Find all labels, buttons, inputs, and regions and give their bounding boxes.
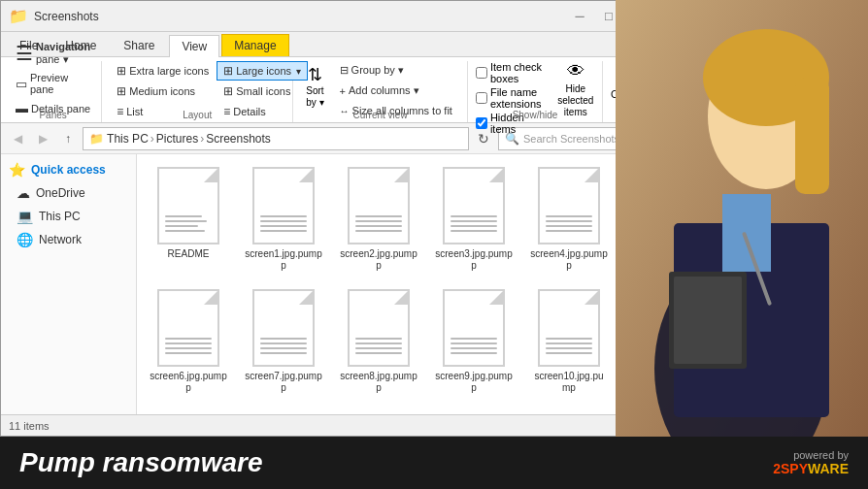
file-icon xyxy=(538,289,600,367)
extra-large-icons-button[interactable]: ⊞Extra large icons xyxy=(110,61,216,81)
tab-share[interactable]: Share xyxy=(111,34,167,56)
minimize-button[interactable]: ─ xyxy=(566,5,593,28)
current-view-label: Current view xyxy=(352,110,407,120)
svg-rect-8 xyxy=(674,277,742,364)
file-icon xyxy=(443,289,505,367)
sidebar-item-quick-access[interactable]: ⭐ Quick access xyxy=(1,158,136,181)
file-icon xyxy=(538,167,600,244)
preview-pane-button[interactable]: ▭ Preview pane xyxy=(13,70,93,97)
file-icon xyxy=(157,167,219,244)
item-check-boxes-toggle[interactable]: Item check boxes xyxy=(476,61,550,84)
file-name: screen1.jpg.pumpp xyxy=(245,248,322,272)
tab-manage[interactable]: Manage xyxy=(221,34,288,56)
layout-group: ⊞Extra large icons ⊞Large icons ▾ ⊞Mediu… xyxy=(102,61,293,122)
hidden-items-checkbox[interactable] xyxy=(476,117,487,129)
bottom-banner: Pump ransomware powered by 2SPYWARE xyxy=(0,437,868,489)
ribbon: ☰ Navigation pane ▾ ▭ Preview pane ▬ Det… xyxy=(1,57,659,123)
show-hide-label: Show/hide xyxy=(513,110,558,120)
add-columns-button[interactable]: +Add columns ▾ xyxy=(333,82,459,100)
star-icon: ⭐ xyxy=(9,162,25,178)
panes-group: ☰ Navigation pane ▾ ▭ Preview pane ▬ Det… xyxy=(5,61,102,122)
list-item[interactable]: screen9.jpg.pumpp xyxy=(430,284,517,399)
file-name-extensions-checkbox[interactable] xyxy=(476,92,487,104)
file-name: screen4.jpg.pumpp xyxy=(530,248,608,272)
title-bar-title: Screenshots xyxy=(34,10,566,23)
computer-icon: 💻 xyxy=(17,209,33,224)
file-icon xyxy=(252,167,315,244)
network-icon: 🌐 xyxy=(17,232,33,247)
layout-group-label: Layout xyxy=(183,110,212,120)
status-text: 11 items xyxy=(9,420,50,432)
file-grid: README screen1.jpg.pumpp xyxy=(137,154,659,414)
person-overlay xyxy=(616,0,868,441)
show-hide-group: Item check boxes File name extensions Hi… xyxy=(468,61,603,122)
medium-icons-button[interactable]: ⊞Medium icons xyxy=(110,82,216,101)
file-icon xyxy=(252,289,315,367)
file-icon xyxy=(443,167,505,244)
file-name: screen7.jpg.pumpp xyxy=(245,371,322,394)
explorer-window: 📁 Screenshots ─ □ ✕ File Home Share View… xyxy=(0,0,660,437)
file-name: screen3.jpg.pumpp xyxy=(435,248,513,272)
sidebar-item-this-pc[interactable]: 💻 This PC xyxy=(1,205,136,228)
tab-view[interactable]: View xyxy=(169,35,219,57)
list-item[interactable]: README xyxy=(145,162,232,277)
sidebar: ⭐ Quick access ☁ OneDrive 💻 This PC 🌐 Ne… xyxy=(1,154,137,414)
sidebar-network-label: Network xyxy=(39,233,82,246)
item-check-boxes-checkbox[interactable] xyxy=(476,67,487,79)
svg-rect-4 xyxy=(795,78,829,194)
list-item[interactable]: screen4.jpg.pumpp xyxy=(525,162,613,277)
ribbon-tabs: File Home Share View Manage ? xyxy=(1,32,659,57)
title-bar-icon: 📁 xyxy=(9,7,28,25)
file-name: screen9.jpg.pumpp xyxy=(435,371,513,394)
group-by-button[interactable]: ⊟Group by ▾ xyxy=(333,61,459,80)
list-item[interactable]: screen10.jpg.pump xyxy=(525,284,613,399)
file-icon xyxy=(348,167,410,244)
brand-container: powered by 2SPYWARE xyxy=(773,449,849,476)
list-item[interactable]: screen6.jpg.pumpp xyxy=(145,284,232,399)
onedrive-icon: ☁ xyxy=(17,185,30,201)
svg-rect-6 xyxy=(722,194,771,272)
file-name: screen10.jpg.pump xyxy=(534,371,603,394)
file-icon xyxy=(157,289,219,367)
sort-by-button[interactable]: ⇅ Sortby ▾ xyxy=(301,61,328,112)
hide-selected-items-button[interactable]: 👁 Hide selecteditems xyxy=(557,61,595,120)
file-icon xyxy=(348,289,410,367)
list-item[interactable]: screen3.jpg.pumpp xyxy=(430,162,517,277)
file-name: README xyxy=(168,248,210,260)
list-item[interactable]: screen2.jpg.pumpp xyxy=(335,162,422,277)
main-area: ⭐ Quick access ☁ OneDrive 💻 This PC 🌐 Ne… xyxy=(1,154,659,414)
list-item[interactable]: screen8.jpg.pumpp xyxy=(335,284,422,399)
file-name: screen8.jpg.pumpp xyxy=(340,371,417,394)
panes-group-label: Panes xyxy=(39,110,66,120)
file-name-extensions-toggle[interactable]: File name extensions xyxy=(476,86,550,110)
sidebar-item-network[interactable]: 🌐 Network xyxy=(1,228,136,251)
file-name: screen2.jpg.pumpp xyxy=(340,248,417,272)
brand-label: 2SPYWARE xyxy=(773,461,849,476)
list-item[interactable]: screen7.jpg.pumpp xyxy=(240,284,327,399)
list-item[interactable]: screen1.jpg.pumpp xyxy=(240,162,327,277)
sidebar-item-onedrive[interactable]: ☁ OneDrive xyxy=(1,181,136,205)
status-bar: 11 items xyxy=(1,414,659,436)
file-name: screen6.jpg.pumpp xyxy=(150,371,227,394)
title-bar: 📁 Screenshots ─ □ ✕ xyxy=(1,1,659,32)
banner-title: Pump ransomware xyxy=(19,447,263,478)
current-view-group: ⇅ Sortby ▾ ⊟Group by ▾ +Add columns ▾ ↔S… xyxy=(293,61,468,122)
navigation-pane-button[interactable]: ☰ Navigation pane ▾ xyxy=(13,39,93,68)
